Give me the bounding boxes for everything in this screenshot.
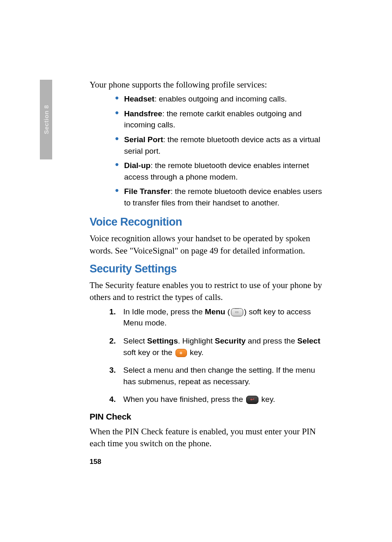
page-number: 158 (90, 458, 101, 466)
section-label: Section 8 (43, 105, 50, 134)
step-text: soft key or the (123, 348, 175, 357)
profiles-list: Headset: enables outgoing and incoming c… (115, 93, 328, 208)
step-text: key. (188, 348, 204, 357)
list-item: Dial-up: the remote bluetooth device ena… (115, 160, 328, 182)
profiles-intro: Your phone supports the following profil… (90, 79, 328, 91)
profile-term: Handsfree (124, 109, 162, 118)
step-text: Select a menu and then change the settin… (123, 366, 315, 386)
step-text: ( (225, 307, 230, 316)
end-key-icon (246, 396, 258, 404)
menu-key-icon (231, 308, 243, 316)
voice-recognition-body: Voice recognition allows your handset to… (90, 233, 328, 257)
step-text: In Idle mode, press the (123, 307, 205, 316)
select-label: Select (297, 337, 321, 345)
step-number: 4. (109, 394, 116, 405)
step-item: 3. Select a menu and then change the set… (109, 364, 328, 387)
list-item: File Transfer: the remote bluetooth devi… (115, 186, 328, 208)
step-text: Select (123, 337, 147, 345)
profile-term: Serial Port (124, 135, 163, 144)
section-side-tab: Section 8 (40, 80, 52, 159)
step-item: 4. When you have finished, press the key… (109, 394, 328, 405)
list-item: Headset: enables outgoing and incoming c… (115, 93, 328, 105)
profile-term: File Transfer (124, 187, 171, 196)
voice-recognition-heading: Voice Recognition (90, 216, 328, 228)
step-text: When you have finished, press the (123, 395, 245, 404)
list-item: Serial Port: the remote bluetooth device… (115, 134, 328, 157)
step-number: 1. (109, 306, 116, 318)
step-number: 3. (109, 364, 116, 376)
page-content: Your phone supports the following profil… (90, 79, 328, 452)
ok-key-icon (175, 349, 187, 357)
list-item: Handsfree: the remote carkit enables out… (115, 108, 328, 131)
pin-check-body: When the PIN Check feature is enabled, y… (90, 426, 328, 450)
profile-desc: : the remote bluetooth device enables in… (124, 161, 309, 181)
security-label: Security (215, 337, 246, 345)
settings-label: Settings (147, 337, 178, 345)
profile-desc: : enables outgoing and incoming calls. (154, 95, 287, 103)
security-settings-heading: Security Settings (90, 263, 328, 275)
step-text: and press the (246, 337, 297, 345)
step-text: . Highlight (178, 337, 215, 345)
profile-term: Dial-up (124, 161, 150, 170)
menu-label: Menu (205, 307, 226, 316)
step-number: 2. (109, 335, 116, 347)
profile-term: Headset (124, 95, 154, 103)
step-item: 1. In Idle mode, press the Menu () soft … (109, 306, 328, 329)
step-item: 2. Select Settings. Highlight Security a… (109, 335, 328, 358)
pin-check-heading: PIN Check (90, 412, 328, 422)
step-text: key. (259, 395, 275, 404)
security-steps: 1. In Idle mode, press the Menu () soft … (109, 306, 328, 405)
security-settings-intro: The Security feature enables you to rest… (90, 279, 328, 304)
